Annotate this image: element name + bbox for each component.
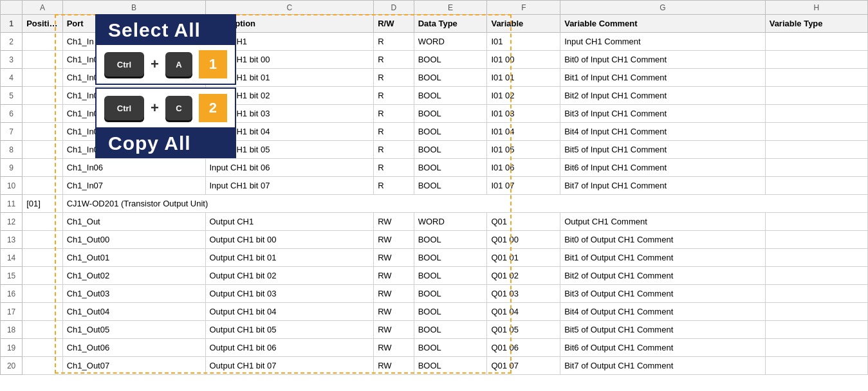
cell-d9[interactable]: R <box>374 159 414 177</box>
col-header-b[interactable]: B <box>62 1 205 15</box>
cell-b6[interactable]: Ch1_In03 <box>62 105 205 123</box>
cell-f14[interactable]: Q01 01 <box>487 249 560 267</box>
cell-b3[interactable]: Ch1_In00 <box>62 51 205 69</box>
cell-a9[interactable] <box>23 159 63 177</box>
cell-c19[interactable]: Output CH1 bit 06 <box>205 339 374 357</box>
cell-f2[interactable]: I01 <box>487 33 560 51</box>
cell-d10[interactable]: R <box>374 177 414 195</box>
cell-b13[interactable]: Ch1_Out00 <box>62 231 205 249</box>
cell-b12[interactable]: Ch1_Out <box>62 213 205 231</box>
cell-g10[interactable]: Bit7 of Input CH1 Comment <box>560 177 766 195</box>
cell-b14[interactable]: Ch1_Out01 <box>62 249 205 267</box>
cell-a19[interactable] <box>23 339 63 357</box>
cell-f10[interactable]: I01 07 <box>487 177 560 195</box>
cell-e19[interactable]: BOOL <box>414 339 487 357</box>
col-header-f[interactable]: F <box>487 1 560 15</box>
cell-a14[interactable] <box>23 249 63 267</box>
cell-b16[interactable]: Ch1_Out03 <box>62 285 205 303</box>
cell-f8[interactable]: I01 05 <box>487 141 560 159</box>
cell-c7[interactable]: Input CH1 bit 04 <box>205 123 374 141</box>
cell-h10[interactable] <box>765 177 867 195</box>
cell-b9[interactable]: Ch1_In06 <box>62 159 205 177</box>
cell-a4[interactable] <box>23 69 63 87</box>
col-header-g[interactable]: G <box>560 1 766 15</box>
cell-h19[interactable] <box>765 339 867 357</box>
cell-g13[interactable]: Bit0 of Output CH1 Comment <box>560 231 766 249</box>
cell-f6[interactable]: I01 03 <box>487 105 560 123</box>
cell-a17[interactable] <box>23 303 63 321</box>
cell-e7[interactable]: BOOL <box>414 123 487 141</box>
cell-d14[interactable]: RW <box>374 249 414 267</box>
cell-c6[interactable]: Input CH1 bit 03 <box>205 105 374 123</box>
cell-d7[interactable]: R <box>374 123 414 141</box>
cell-f13[interactable]: Q01 00 <box>487 231 560 249</box>
cell-d16[interactable]: RW <box>374 285 414 303</box>
cell-c17[interactable]: Output CH1 bit 04 <box>205 303 374 321</box>
cell-e15[interactable]: BOOL <box>414 267 487 285</box>
cell-a6[interactable] <box>23 105 63 123</box>
cell-c18[interactable]: Output CH1 bit 05 <box>205 321 374 339</box>
cell-g7[interactable]: Bit4 of Input CH1 Comment <box>560 123 766 141</box>
cell-a11[interactable]: [01] <box>23 195 63 213</box>
col-header-a[interactable]: A <box>23 1 63 15</box>
cell-h20[interactable] <box>765 357 867 375</box>
cell-h18[interactable] <box>765 321 867 339</box>
cell-e4[interactable]: BOOL <box>414 69 487 87</box>
cell-b20[interactable]: Ch1_Out07 <box>62 357 205 375</box>
cell-c12[interactable]: Output CH1 <box>205 213 374 231</box>
cell-h9[interactable] <box>765 159 867 177</box>
cell-c8[interactable]: Input CH1 bit 05 <box>205 141 374 159</box>
col-header-e[interactable]: E <box>414 1 487 15</box>
cell-d2[interactable]: R <box>374 33 414 51</box>
cell-a13[interactable] <box>23 231 63 249</box>
cell-b11-span[interactable]: CJ1W-OD201 (Transistor Output Unit) <box>62 195 867 213</box>
cell-c14[interactable]: Output CH1 bit 01 <box>205 249 374 267</box>
cell-g19[interactable]: Bit6 of Output CH1 Comment <box>560 339 766 357</box>
cell-d6[interactable]: R <box>374 105 414 123</box>
cell-a12[interactable] <box>23 213 63 231</box>
cell-b10[interactable]: Ch1_In07 <box>62 177 205 195</box>
cell-b8[interactable]: Ch1_In05 <box>62 141 205 159</box>
cell-b17[interactable]: Ch1_Out04 <box>62 303 205 321</box>
cell-e17[interactable]: BOOL <box>414 303 487 321</box>
cell-h12[interactable] <box>765 213 867 231</box>
cell-a18[interactable] <box>23 321 63 339</box>
cell-a8[interactable] <box>23 141 63 159</box>
cell-h5[interactable] <box>765 87 867 105</box>
cell-g15[interactable]: Bit2 of Output CH1 Comment <box>560 267 766 285</box>
cell-h2[interactable] <box>765 33 867 51</box>
cell-g18[interactable]: Bit5 of Output CH1 Comment <box>560 321 766 339</box>
cell-d13[interactable]: RW <box>374 231 414 249</box>
cell-h16[interactable] <box>765 285 867 303</box>
cell-f17[interactable]: Q01 04 <box>487 303 560 321</box>
cell-e9[interactable]: BOOL <box>414 159 487 177</box>
cell-g8[interactable]: Bit5 of Input CH1 Comment <box>560 141 766 159</box>
cell-h7[interactable] <box>765 123 867 141</box>
cell-h6[interactable] <box>765 105 867 123</box>
cell-c9[interactable]: Input CH1 bit 06 <box>205 159 374 177</box>
cell-a5[interactable] <box>23 87 63 105</box>
cell-f4[interactable]: I01 01 <box>487 69 560 87</box>
cell-f19[interactable]: Q01 06 <box>487 339 560 357</box>
cell-h14[interactable] <box>765 249 867 267</box>
cell-e18[interactable]: BOOL <box>414 321 487 339</box>
cell-e8[interactable]: BOOL <box>414 141 487 159</box>
cell-f7[interactable]: I01 04 <box>487 123 560 141</box>
cell-e12[interactable]: WORD <box>414 213 487 231</box>
cell-f3[interactable]: I01 00 <box>487 51 560 69</box>
col-header-h[interactable]: H <box>765 1 867 15</box>
cell-c15[interactable]: Output CH1 bit 02 <box>205 267 374 285</box>
cell-h17[interactable] <box>765 303 867 321</box>
cell-a2[interactable] <box>23 33 63 51</box>
cell-g2[interactable]: Input CH1 Comment <box>560 33 766 51</box>
cell-f15[interactable]: Q01 02 <box>487 267 560 285</box>
cell-c13[interactable]: Output CH1 bit 00 <box>205 231 374 249</box>
cell-b15[interactable]: Ch1_Out02 <box>62 267 205 285</box>
cell-f5[interactable]: I01 02 <box>487 87 560 105</box>
cell-d12[interactable]: RW <box>374 213 414 231</box>
cell-c5[interactable]: Input CH1 bit 02 <box>205 87 374 105</box>
cell-g12[interactable]: Output CH1 Comment <box>560 213 766 231</box>
cell-c2[interactable]: Input CH1 <box>205 33 374 51</box>
cell-e6[interactable]: BOOL <box>414 105 487 123</box>
cell-d19[interactable]: RW <box>374 339 414 357</box>
